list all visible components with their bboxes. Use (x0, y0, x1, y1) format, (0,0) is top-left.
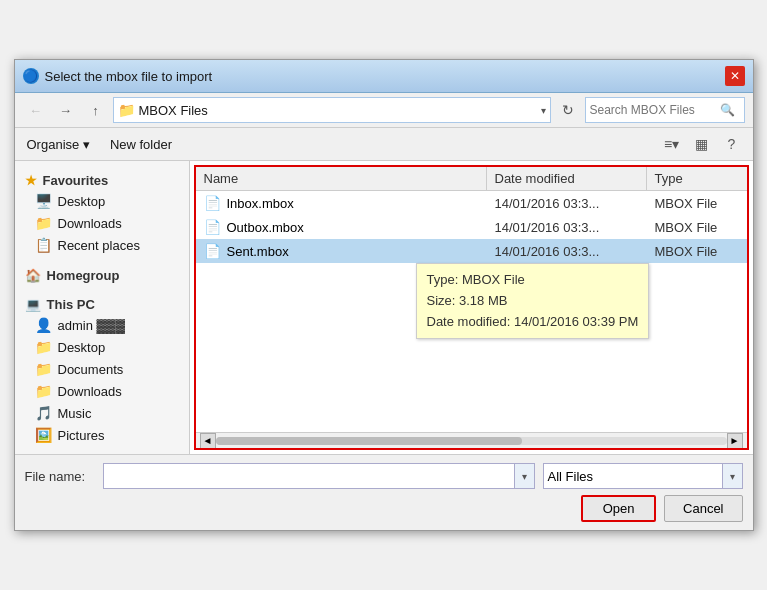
file-list: 📄 Inbox.mbox 14/01/2016 03:3... MBOX Fil… (196, 191, 747, 432)
filename-row: File name: ▾ All Files ▾ (25, 463, 743, 489)
sidebar-item-label-desktop: Desktop (58, 194, 106, 209)
column-name[interactable]: Name (196, 167, 487, 190)
open-button[interactable]: Open (581, 495, 656, 522)
sidebar-item-downloads[interactable]: 📁 Downloads (15, 212, 189, 234)
pc-desktop-icon: 📁 (35, 339, 52, 355)
file-icon: 📄 (204, 195, 221, 211)
file-type: MBOX File (647, 242, 747, 261)
sidebar-item-pc-desktop[interactable]: 📁 Desktop (15, 336, 189, 358)
sidebar-item-label-documents: Documents (58, 362, 124, 377)
sidebar-item-label-music: Music (58, 406, 92, 421)
favourites-label: Favourites (43, 173, 109, 188)
search-box: 🔍 (585, 97, 745, 123)
file-name: Outbox.mbox (227, 220, 304, 235)
sidebar-item-label-pc-downloads: Downloads (58, 384, 122, 399)
sidebar: ★ Favourites 🖥️ Desktop 📁 Downloads 📋 Re… (15, 161, 190, 454)
downloads-icon: 📁 (35, 215, 52, 231)
file-name: Sent.mbox (227, 244, 289, 259)
address-dropdown-button[interactable]: ▾ (541, 105, 546, 116)
file-list-header: Name Date modified Type (196, 167, 747, 191)
file-type: MBOX File (647, 194, 747, 213)
scroll-right-button[interactable]: ► (727, 433, 743, 449)
horizontal-scrollbar[interactable]: ◄ ► (196, 432, 747, 448)
filetype-wrapper: All Files ▾ (543, 463, 743, 489)
file-date: 14/01/2016 03:3... (487, 242, 647, 261)
help-button[interactable]: ? (719, 132, 745, 156)
view-grid-button[interactable]: ▦ (689, 132, 715, 156)
column-type[interactable]: Type (647, 167, 747, 190)
address-folder-icon: 📁 (118, 102, 135, 118)
table-row[interactable]: 📄 Inbox.mbox 14/01/2016 03:3... MBOX Fil… (196, 191, 747, 215)
file-date: 14/01/2016 03:3... (487, 194, 647, 213)
pictures-icon: 🖼️ (35, 427, 52, 443)
sidebar-item-documents[interactable]: 📁 Documents (15, 358, 189, 380)
search-input[interactable] (590, 103, 720, 117)
filename-input[interactable] (104, 469, 514, 484)
title-bar: 🔵 Select the mbox file to import ✕ (15, 60, 753, 93)
music-icon: 🎵 (35, 405, 52, 421)
file-list-container: Name Date modified Type 📄 Inbox.mbox 14/… (194, 165, 749, 450)
thispc-label: This PC (47, 297, 95, 312)
cancel-button[interactable]: Cancel (664, 495, 742, 522)
favourites-section: ★ Favourites (15, 169, 189, 190)
sidebar-item-label-pictures: Pictures (58, 428, 105, 443)
tooltip-date: Date modified: 14/01/2016 03:39 PM (427, 312, 639, 333)
app-icon: 🔵 (23, 68, 39, 84)
file-icon: 📄 (204, 243, 221, 259)
sidebar-item-desktop[interactable]: 🖥️ Desktop (15, 190, 189, 212)
back-button[interactable]: ← (23, 98, 49, 122)
file-name: Inbox.mbox (227, 196, 294, 211)
forward-button[interactable]: → (53, 98, 79, 122)
sidebar-item-label-admin: admin ▓▓▓ (58, 318, 125, 333)
file-date: 14/01/2016 03:3... (487, 218, 647, 237)
sidebar-item-admin[interactable]: 👤 admin ▓▓▓ (15, 314, 189, 336)
sidebar-item-label-downloads: Downloads (58, 216, 122, 231)
recent-icon: 📋 (35, 237, 52, 253)
tooltip-size: Size: 3.18 MB (427, 291, 639, 312)
desktop-icon: 🖥️ (35, 193, 52, 209)
file-tooltip: Type: MBOX File Size: 3.18 MB Date modif… (416, 263, 650, 339)
new-folder-button[interactable]: New folder (106, 135, 176, 154)
file-name-cell: 📄 Sent.mbox (196, 241, 487, 261)
sidebar-divider-2 (15, 285, 189, 293)
filetype-dropdown-button[interactable]: ▾ (722, 464, 742, 488)
up-button[interactable]: ↑ (83, 98, 109, 122)
buttons-row: Open Cancel (25, 495, 743, 522)
search-icon: 🔍 (720, 103, 735, 117)
filetype-text: All Files (544, 469, 722, 484)
filename-input-wrapper: ▾ (103, 463, 535, 489)
action-bar: Organise ▾ New folder ≡▾ ▦ ? (15, 128, 753, 161)
file-type: MBOX File (647, 218, 747, 237)
tooltip-type: Type: MBOX File (427, 270, 639, 291)
sidebar-item-recent[interactable]: 📋 Recent places (15, 234, 189, 256)
view-list-button[interactable]: ≡▾ (659, 132, 685, 156)
sidebar-item-label-pc-desktop: Desktop (58, 340, 106, 355)
refresh-button[interactable]: ↻ (555, 97, 581, 123)
sidebar-item-music[interactable]: 🎵 Music (15, 402, 189, 424)
column-date[interactable]: Date modified (487, 167, 647, 190)
organise-button[interactable]: Organise ▾ (23, 135, 94, 154)
table-row[interactable]: 📄 Outbox.mbox 14/01/2016 03:3... MBOX Fi… (196, 215, 747, 239)
scrollbar-track (216, 437, 727, 445)
table-row[interactable]: 📄 Sent.mbox 14/01/2016 03:3... MBOX File (196, 239, 747, 263)
title-bar-left: 🔵 Select the mbox file to import (23, 68, 213, 84)
scrollbar-thumb[interactable] (216, 437, 523, 445)
address-path: MBOX Files (139, 103, 208, 118)
bottom-bar: File name: ▾ All Files ▾ Open Cancel (15, 454, 753, 530)
thispc-section: 💻 This PC (15, 293, 189, 314)
file-name-cell: 📄 Inbox.mbox (196, 193, 487, 213)
filename-dropdown-button[interactable]: ▾ (514, 464, 534, 488)
sidebar-item-pictures[interactable]: 🖼️ Pictures (15, 424, 189, 446)
filename-label: File name: (25, 469, 95, 484)
nav-toolbar: ← → ↑ 📁 MBOX Files ▾ ↻ 🔍 (15, 93, 753, 128)
close-button[interactable]: ✕ (725, 66, 745, 86)
dialog-title: Select the mbox file to import (45, 69, 213, 84)
file-icon: 📄 (204, 219, 221, 235)
content-area: ★ Favourites 🖥️ Desktop 📁 Downloads 📋 Re… (15, 161, 753, 454)
documents-icon: 📁 (35, 361, 52, 377)
scroll-left-button[interactable]: ◄ (200, 433, 216, 449)
homegroup-label: Homegroup (47, 268, 120, 283)
address-bar: 📁 MBOX Files ▾ (113, 97, 551, 123)
pc-downloads-icon: 📁 (35, 383, 52, 399)
sidebar-item-pc-downloads[interactable]: 📁 Downloads (15, 380, 189, 402)
